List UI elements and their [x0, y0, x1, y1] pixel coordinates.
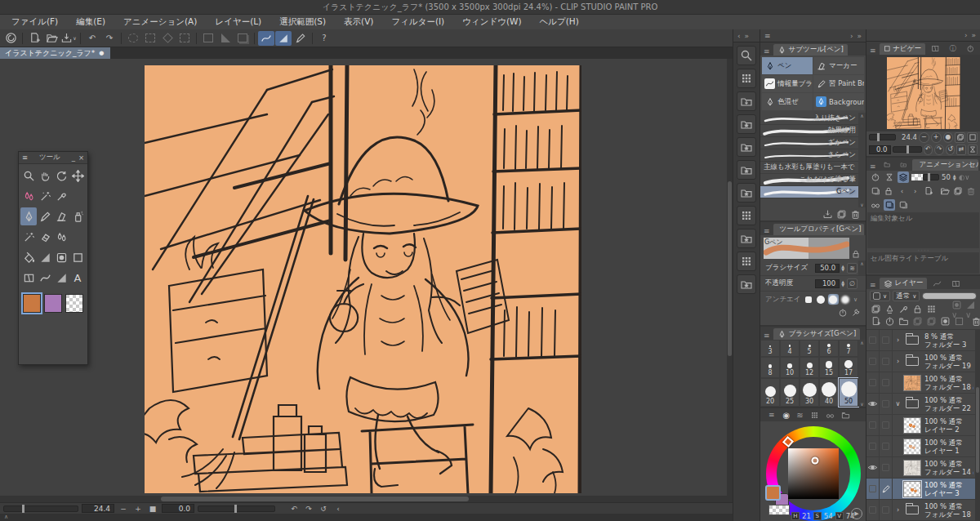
brush-size-stepper[interactable]: 50.0 ▲▼ [815, 264, 844, 273]
nav-fit-button[interactable] [955, 132, 965, 143]
tool-property-tab[interactable]: ツールプロパティ[Gペン] [773, 224, 864, 235]
reset-rotation-button[interactable]: ↺ [318, 505, 329, 513]
snap-to-special-ruler-button[interactable] [275, 31, 292, 46]
fill-selection-button[interactable] [217, 31, 234, 46]
layer-row-layer-3-selected[interactable]: 100 % 通常レイヤー 3 [866, 479, 980, 500]
light-table-stack-icon[interactable] [898, 171, 909, 183]
decoration-tool[interactable] [20, 187, 37, 205]
size-30[interactable]: 30 [800, 378, 819, 407]
navigator-rotation-slider[interactable] [893, 146, 921, 153]
panel-menu-icon[interactable]: ≡ [764, 32, 771, 40]
menu-file[interactable]: ファイル(F) [3, 15, 66, 29]
navigator-preview[interactable] [866, 55, 980, 131]
layer-row-layer-2[interactable]: 100 % 通常レイヤー 2 [866, 415, 980, 436]
expand-all-icon[interactable]: » [745, 32, 750, 40]
ruler-tool[interactable] [53, 269, 69, 287]
blend-mode-dropdown[interactable]: 通常∨ [893, 291, 920, 301]
expand-icon[interactable]: › [893, 506, 903, 514]
create-mask-icon[interactable] [940, 316, 951, 327]
next-cel-icon[interactable]: › [910, 185, 920, 197]
minimize-icon[interactable]: _ [72, 154, 75, 162]
tool-property-scrollbar[interactable]: ∧ [858, 260, 866, 275]
rotation-slider[interactable] [198, 505, 275, 512]
nav-fit-screen-button[interactable] [967, 132, 978, 143]
layer-row-folder-14-copy[interactable]: 100 % 通常フォルダー 14 のコ [866, 457, 980, 479]
pasteboard[interactable]: ≡ ツール _ × [0, 59, 733, 496]
edit-target-cel-icon[interactable] [884, 199, 895, 211]
animation-tab-icon-1[interactable] [880, 159, 894, 171]
ruler-range-icon[interactable]: ∨ [965, 300, 976, 319]
size-40[interactable]: 40 [819, 378, 839, 407]
gradient-map-tool[interactable] [53, 248, 69, 266]
tool-palette-menu-icon[interactable]: ≡ [22, 154, 28, 162]
material-primitive-button[interactable] [737, 274, 756, 294]
pen-tool[interactable] [20, 207, 37, 225]
material-monochrome-button[interactable] [737, 160, 756, 180]
subtool-background[interactable]: Backgroun [813, 93, 864, 110]
rotate-canvas-tool[interactable] [53, 167, 69, 185]
unlock-icon[interactable] [849, 238, 862, 259]
material-pose-button[interactable] [737, 252, 756, 271]
animation-cel-tab[interactable]: アニメーションセル [912, 159, 978, 171]
reselect-button[interactable] [142, 31, 158, 46]
snap-to-grid-button[interactable] [292, 31, 309, 46]
size-12[interactable]: 12 [800, 357, 819, 378]
menu-animation[interactable]: アニメーション(A) [115, 15, 205, 29]
cel-light-table-area[interactable]: セル固有ライトテーブル [867, 252, 979, 274]
antialias-options[interactable] [804, 294, 851, 305]
navigator-rotation-value[interactable]: 0.0 [869, 145, 891, 154]
zoom-tool[interactable] [20, 167, 37, 185]
visibility-toggle[interactable] [866, 330, 880, 351]
opacity-stepper[interactable]: 100 ▲▼ [815, 279, 844, 288]
main-color-indicator[interactable] [765, 485, 781, 501]
color-wheel-area[interactable]: H 21 S 54 V 74 ▶ [760, 421, 866, 521]
brush-g-pen[interactable]: Gペン [760, 186, 866, 198]
pencil-tool[interactable] [37, 207, 53, 225]
brush-irinuki-pen[interactable]: 入り抜きペン [760, 113, 866, 125]
zoom-value[interactable]: 24.4 [82, 504, 114, 513]
rotation-value[interactable]: 0.0 [162, 504, 194, 513]
copy-subtool-icon[interactable] [836, 209, 847, 220]
zoom-out-button[interactable]: − [118, 505, 129, 513]
opacity-checker-slider[interactable] [911, 174, 939, 180]
reset-view-button[interactable]: ‹ [332, 505, 344, 513]
zoom-slider[interactable] [3, 505, 78, 512]
layer-thumbnail-dropdown[interactable]: ∨ [870, 291, 890, 301]
sv-marker[interactable] [812, 456, 819, 464]
opacity-dynamics-button[interactable]: ∅ [847, 278, 858, 289]
nav-reset-rotation-button[interactable]: ↺ [946, 145, 956, 155]
edit-target-toggle[interactable] [880, 415, 893, 436]
onion-skin-icon[interactable] [884, 171, 895, 183]
lock-layer-icon[interactable] [912, 304, 923, 314]
redo-button[interactable]: ↷ [101, 31, 118, 46]
layer-menu-icon[interactable]: ≡ [868, 281, 878, 289]
save-button[interactable]: ∨ [60, 31, 77, 46]
light-table-cel-icon[interactable] [898, 199, 909, 211]
color-set-tab-icon[interactable] [810, 411, 819, 420]
eraser-tool[interactable] [37, 228, 53, 246]
brush-nurufude[interactable]: これだけで塗る筆 [760, 174, 866, 186]
sub-color-swatch[interactable] [44, 294, 62, 313]
effect-icon[interactable] [884, 304, 895, 314]
nav-flip-vertical-button[interactable] [968, 145, 978, 155]
transfer-to-lower-icon[interactable] [912, 316, 923, 327]
text-tool[interactable]: A [69, 269, 86, 287]
edit-target-toggle[interactable] [880, 351, 893, 372]
navigator-tab[interactable]: ナビゲー [880, 43, 925, 55]
navigator-zoom-slider[interactable] [869, 134, 896, 140]
layer-row-folder-19[interactable]: › 100 % 通常フォルダー 19 [866, 351, 980, 372]
navigator-menu-icon[interactable]: ≡ [868, 47, 878, 55]
subtool-info-brush[interactable]: 情報量ブラ [762, 75, 813, 92]
apply-mask-icon[interactable] [954, 316, 964, 327]
visibility-toggle[interactable] [866, 436, 880, 457]
menu-layer[interactable]: レイヤー(L) [207, 15, 270, 29]
curve-tool[interactable] [37, 269, 53, 287]
transparent-color-swatch[interactable] [65, 294, 83, 313]
material-3d-button[interactable] [737, 229, 756, 248]
clip-logo-icon[interactable] [2, 31, 19, 46]
edit-target-toggle[interactable] [880, 372, 893, 394]
size-25[interactable]: 25 [780, 378, 800, 407]
size-7[interactable]: 7 [839, 340, 858, 357]
material-manga-button[interactable] [737, 183, 756, 203]
brush-effect-line[interactable]: 効果線用 [760, 125, 866, 137]
